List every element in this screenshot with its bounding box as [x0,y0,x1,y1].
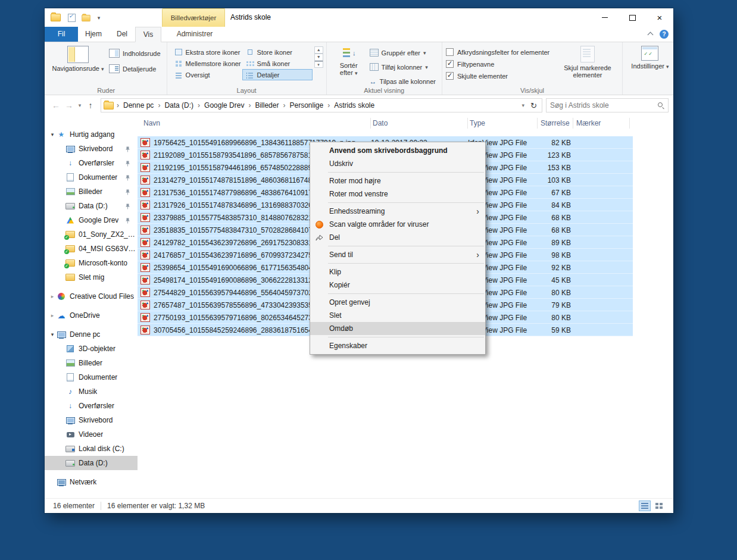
navigation-pane-button[interactable]: Navigationsrude ▾ [49,44,107,74]
breadcrumb-item-astrids-skole[interactable]: Astrids skole [333,101,376,110]
up-button[interactable]: ↑ [84,98,97,112]
layout-option-ekstra-store-ikoner[interactable]: Ekstra store ikoner [171,46,241,58]
layout-option-store-ikoner[interactable]: Store ikoner [242,46,313,58]
address-dropdown-button[interactable]: ▾ [519,102,529,108]
forward-button[interactable]: → [63,98,76,112]
breadcrumb-chevron-icon[interactable]: › [324,101,333,110]
preview-pane-button[interactable]: Indholdsrude [108,48,163,58]
group-by-button[interactable]: Gruppér efter▾ [368,48,438,57]
menu-item-udskriv[interactable]: Udskriv [310,157,485,170]
address-box[interactable]: ›Denne pc›Data (D:)›Google Drev›Billeder… [101,98,542,112]
add-columns-button[interactable]: Tilføj kolonner▾ [368,62,438,71]
menu-item-enhedsstreaming[interactable]: Enhedsstreaming› [310,205,485,218]
help-button[interactable]: ? [660,30,669,39]
column-header-størrelse[interactable]: Størrelse [538,118,573,129]
checkbox-filtypenavne[interactable]: Filtypenavne [446,60,557,68]
sidebar-item-04-msi-gs63vr-7rf[interactable]: 04_MSI GS63VR_7RF [45,242,138,256]
menu-item-send-til[interactable]: Send til› [310,248,485,261]
back-button[interactable]: ← [49,98,63,112]
sidebar-item-onedrive[interactable]: ▸OneDrive [45,308,138,323]
size-all-columns-button[interactable]: Tilpas alle kolonner [368,77,438,86]
hide-selected-button[interactable]: Skjul markerede elementer [557,44,619,80]
sidebar-item-slet-mig[interactable]: Slet mig [45,270,138,284]
sidebar-item-data-d[interactable]: Data (D:) [45,456,138,470]
checkbox-afkrydsningsfelter-for-elementer[interactable]: Afkrydsningsfelter for elementer [446,48,557,56]
gallery-down-button[interactable]: ▼ [314,54,323,61]
sidebar-item-data-d[interactable]: Data (D:) [45,199,138,213]
recent-locations-button[interactable]: ▾ [76,98,84,112]
sidebar-item-skrivebord[interactable]: Skrivebord [45,413,138,427]
sidebar-item-lokal-disk-c[interactable]: Lokal disk (C:) [45,442,138,456]
breadcrumb-chevron-icon[interactable]: › [245,101,254,110]
collapse-ribbon-button[interactable] [648,30,652,39]
sidebar-item-dokumenter[interactable]: Dokumenter [45,170,138,184]
refresh-button[interactable]: ↻ [528,101,539,110]
menu-item-anvend-som-skrivebordsbaggrund[interactable]: Anvend som skrivebordsbaggrund [310,144,485,157]
column-header-mærker[interactable]: Mærker [573,118,630,129]
menu-item-klip[interactable]: Klip [310,265,485,279]
qat-customize-button[interactable]: ▾ [93,13,104,23]
breadcrumb-chevron-icon[interactable]: › [280,101,288,110]
sidebar-item-skrivebord[interactable]: Skrivebord [45,142,138,156]
chevron-down-icon[interactable]: ▾ [48,132,57,137]
options-button[interactable]: Indstillinger ▾ [626,44,674,72]
layout-option-små-ikoner[interactable]: Små ikoner [242,58,313,69]
menu-item-del[interactable]: Del [310,231,485,244]
sidebar-item-denne-pc[interactable]: ▾Denne pc [45,327,138,342]
tab-hjem[interactable]: Hjem [78,27,109,42]
sidebar-item-netværk[interactable]: Netværk [45,475,138,489]
layout-option-mellemstore-ikoner[interactable]: Mellemstore ikoner [171,58,241,69]
column-header-dato[interactable]: Dato [371,118,468,129]
minimize-button[interactable] [591,8,619,27]
sidebar-item-billeder[interactable]: Billeder [45,184,138,199]
sort-by-button[interactable]: Sortér efter ▾ [330,44,367,79]
sidebar-item-overførsler[interactable]: Overførsler [45,399,138,413]
details-view-button[interactable] [639,500,651,511]
breadcrumb-item-google-drev[interactable]: Google Drev [203,101,245,110]
sidebar-item-overførsler[interactable]: Overførsler [45,156,138,170]
details-pane-button[interactable]: Detaljerude [108,64,163,74]
layout-option-detaljer[interactable]: Detaljer [242,69,313,80]
sidebar-item-videoer[interactable]: Videoer [45,427,138,442]
breadcrumb-item-personlige[interactable]: Personlige [288,101,324,110]
sidebar-item-musik[interactable]: Musik [45,384,138,399]
menu-item-kopi-r[interactable]: Kopiér [310,279,485,292]
search-box[interactable]: Søg i Astrids skole [546,98,669,112]
breadcrumb-item-denne-pc[interactable]: Denne pc [122,101,155,110]
close-button[interactable]: × [646,8,673,27]
contextual-tab-header[interactable]: Billedværktøjer [162,8,225,27]
sidebar-item-dokumenter[interactable]: Dokumenter [45,370,138,384]
breadcrumb-chevron-icon[interactable]: › [155,101,163,110]
tab-vis[interactable]: Vis [135,27,161,42]
tab-fil[interactable]: Fil [45,27,78,42]
qat-new-folder-button[interactable] [80,13,91,23]
menu-item-omdøb[interactable]: Omdøb [310,322,485,335]
chevron-down-icon[interactable]: ▾ [48,331,57,337]
sidebar-item-3d-objekter[interactable]: 3D-objekter [45,342,138,356]
column-header-navn[interactable]: Navn [138,118,371,129]
column-header-type[interactable]: Type [468,118,538,129]
chevron-right-icon[interactable]: ▸ [48,293,57,299]
maximize-button[interactable] [619,8,646,27]
qat-properties-button[interactable] [66,13,77,23]
chevron-right-icon[interactable]: ▸ [48,312,57,318]
tab-del[interactable]: Del [109,27,135,42]
menu-item-roter-mod-venstre[interactable]: Roter mod venstre [310,187,485,201]
sidebar-item-google-drev[interactable]: Google Drev [45,213,138,227]
tab-administrer[interactable]: Administrer [164,27,226,42]
sidebar-item-billeder[interactable]: Billeder [45,356,138,370]
checkbox-skjulte-elementer[interactable]: Skjulte elementer [446,72,557,80]
menu-item-opret-genvej[interactable]: Opret genvej [310,296,485,309]
menu-item-slet[interactable]: Slet [310,309,485,322]
menu-item-scan-valgte-områder-for-viruser[interactable]: Scan valgte områder for viruser [310,218,485,231]
sidebar-item-01-sony-zx2-pej[interactable]: 01_Sony_ZX2_PEJ [45,227,138,242]
breadcrumb-item-billeder[interactable]: Billeder [254,101,280,110]
gallery-up-button[interactable]: ▲ [314,46,323,54]
sidebar-item-creative-cloud-files[interactable]: ▸Creative Cloud Files [45,289,138,304]
gallery-more-button[interactable]: ▾ [314,61,323,68]
breadcrumb-chevron-icon[interactable]: › [195,101,203,110]
breadcrumb-item-data-d[interactable]: Data (D:) [163,101,195,110]
layout-option-oversigt[interactable]: Oversigt [171,69,241,80]
menu-item-egenskaber[interactable]: Egenskaber [310,339,485,352]
breadcrumb-chevron-icon[interactable]: › [114,101,122,110]
